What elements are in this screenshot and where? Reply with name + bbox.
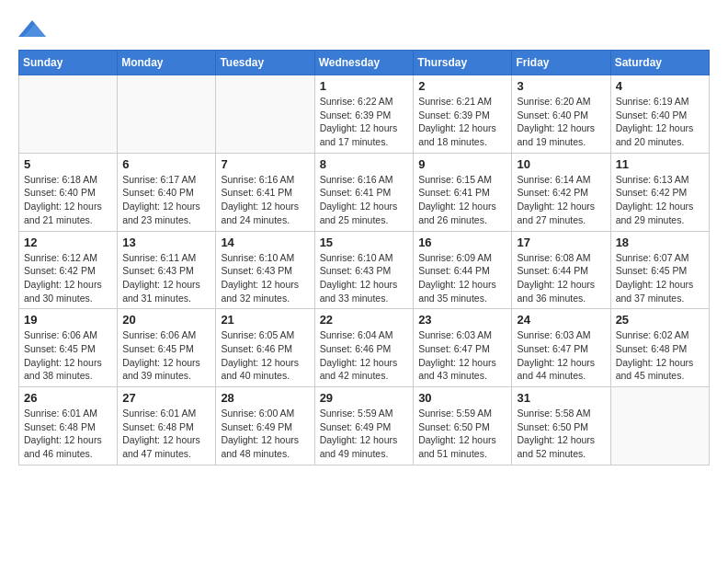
day-number: 20: [122, 313, 210, 327]
day-info: Sunrise: 6:17 AMSunset: 6:40 PMDaylight:…: [122, 173, 210, 227]
day-number: 1: [320, 79, 409, 93]
calendar-week-row: 12Sunrise: 6:12 AMSunset: 6:42 PMDayligh…: [19, 231, 710, 309]
day-info: Sunrise: 5:59 AMSunset: 6:50 PMDaylight:…: [418, 407, 506, 461]
calendar-cell: 20Sunrise: 6:06 AMSunset: 6:45 PMDayligh…: [118, 309, 216, 387]
calendar-cell: 18Sunrise: 6:07 AMSunset: 6:45 PMDayligh…: [610, 231, 709, 309]
day-info: Sunrise: 6:02 AMSunset: 6:48 PMDaylight:…: [616, 328, 704, 383]
day-number: 25: [616, 313, 704, 327]
calendar-week-row: 1Sunrise: 6:22 AMSunset: 6:39 PMDaylight…: [19, 75, 710, 154]
day-info: Sunrise: 6:06 AMSunset: 6:45 PMDaylight:…: [24, 328, 112, 383]
day-info: Sunrise: 6:19 AMSunset: 6:40 PMDaylight:…: [616, 95, 704, 149]
day-info: Sunrise: 6:16 AMSunset: 6:41 PMDaylight:…: [221, 173, 309, 227]
day-number: 15: [320, 236, 409, 249]
calendar-cell: 16Sunrise: 6:09 AMSunset: 6:44 PMDayligh…: [414, 231, 512, 309]
column-header-monday: Monday: [118, 51, 216, 75]
calendar-week-row: 19Sunrise: 6:06 AMSunset: 6:45 PMDayligh…: [19, 309, 710, 387]
day-info: Sunrise: 6:11 AMSunset: 6:43 PMDaylight:…: [122, 251, 210, 305]
calendar-cell: 13Sunrise: 6:11 AMSunset: 6:43 PMDayligh…: [118, 231, 216, 309]
calendar-cell: 30Sunrise: 5:59 AMSunset: 6:50 PMDayligh…: [414, 387, 512, 465]
calendar-cell: 4Sunrise: 6:19 AMSunset: 6:40 PMDaylight…: [610, 75, 709, 154]
day-number: 9: [418, 157, 506, 171]
day-number: 5: [24, 157, 112, 171]
day-number: 6: [122, 157, 210, 171]
calendar-cell: 11Sunrise: 6:13 AMSunset: 6:42 PMDayligh…: [610, 153, 709, 231]
calendar-cell: 28Sunrise: 6:00 AMSunset: 6:49 PMDayligh…: [216, 387, 314, 465]
calendar-cell: 26Sunrise: 6:01 AMSunset: 6:48 PMDayligh…: [19, 387, 118, 465]
day-number: 12: [24, 236, 112, 249]
column-header-saturday: Saturday: [610, 51, 709, 75]
calendar-cell: 21Sunrise: 6:05 AMSunset: 6:46 PMDayligh…: [216, 309, 314, 387]
day-info: Sunrise: 6:01 AMSunset: 6:48 PMDaylight:…: [24, 407, 112, 461]
calendar-week-row: 26Sunrise: 6:01 AMSunset: 6:48 PMDayligh…: [19, 387, 710, 465]
day-number: 4: [616, 79, 704, 93]
day-number: 22: [320, 313, 409, 327]
day-info: Sunrise: 6:12 AMSunset: 6:42 PMDaylight:…: [24, 251, 112, 305]
day-number: 13: [122, 236, 210, 249]
column-header-friday: Friday: [512, 51, 610, 75]
day-info: Sunrise: 6:21 AMSunset: 6:39 PMDaylight:…: [418, 95, 506, 149]
calendar-cell: 14Sunrise: 6:10 AMSunset: 6:43 PMDayligh…: [216, 231, 314, 309]
logo-icon: [18, 18, 46, 40]
day-info: Sunrise: 6:22 AMSunset: 6:39 PMDaylight:…: [320, 95, 409, 149]
calendar-week-row: 5Sunrise: 6:18 AMSunset: 6:40 PMDaylight…: [19, 153, 710, 231]
calendar-cell: 1Sunrise: 6:22 AMSunset: 6:39 PMDaylight…: [314, 75, 414, 154]
day-number: 3: [517, 79, 605, 93]
day-info: Sunrise: 6:15 AMSunset: 6:41 PMDaylight:…: [418, 173, 506, 227]
day-info: Sunrise: 6:01 AMSunset: 6:48 PMDaylight:…: [122, 407, 210, 461]
day-info: Sunrise: 6:03 AMSunset: 6:47 PMDaylight:…: [517, 328, 605, 383]
day-number: 10: [517, 157, 605, 171]
day-number: 16: [418, 236, 506, 249]
calendar-cell: 22Sunrise: 6:04 AMSunset: 6:46 PMDayligh…: [314, 309, 414, 387]
day-number: 14: [221, 236, 309, 249]
day-info: Sunrise: 6:10 AMSunset: 6:43 PMDaylight:…: [221, 251, 309, 305]
day-number: 18: [616, 236, 704, 249]
day-number: 24: [517, 313, 605, 327]
day-number: 7: [221, 157, 309, 171]
day-info: Sunrise: 6:13 AMSunset: 6:42 PMDaylight:…: [616, 173, 704, 227]
calendar-cell: 12Sunrise: 6:12 AMSunset: 6:42 PMDayligh…: [19, 231, 118, 309]
day-info: Sunrise: 6:03 AMSunset: 6:47 PMDaylight:…: [418, 328, 506, 383]
calendar-cell: 9Sunrise: 6:15 AMSunset: 6:41 PMDaylight…: [414, 153, 512, 231]
logo: [18, 18, 48, 40]
column-header-sunday: Sunday: [19, 51, 118, 75]
column-header-thursday: Thursday: [414, 51, 512, 75]
day-info: Sunrise: 6:04 AMSunset: 6:46 PMDaylight:…: [320, 328, 409, 383]
day-info: Sunrise: 6:07 AMSunset: 6:45 PMDaylight:…: [616, 251, 704, 305]
calendar-table: SundayMondayTuesdayWednesdayThursdayFrid…: [18, 50, 710, 465]
calendar-cell: 29Sunrise: 5:59 AMSunset: 6:49 PMDayligh…: [314, 387, 414, 465]
calendar-cell: 5Sunrise: 6:18 AMSunset: 6:40 PMDaylight…: [19, 153, 118, 231]
column-header-wednesday: Wednesday: [314, 51, 414, 75]
day-info: Sunrise: 6:08 AMSunset: 6:44 PMDaylight:…: [517, 251, 605, 305]
day-number: 2: [418, 79, 506, 93]
calendar-cell: 3Sunrise: 6:20 AMSunset: 6:40 PMDaylight…: [512, 75, 610, 154]
calendar-cell: 25Sunrise: 6:02 AMSunset: 6:48 PMDayligh…: [610, 309, 709, 387]
day-number: 19: [24, 313, 112, 327]
day-number: 17: [517, 236, 605, 249]
day-info: Sunrise: 6:18 AMSunset: 6:40 PMDaylight:…: [24, 173, 112, 227]
day-info: Sunrise: 6:00 AMSunset: 6:49 PMDaylight:…: [221, 407, 309, 461]
column-header-tuesday: Tuesday: [216, 51, 314, 75]
day-info: Sunrise: 6:06 AMSunset: 6:45 PMDaylight:…: [122, 328, 210, 383]
day-info: Sunrise: 6:05 AMSunset: 6:46 PMDaylight:…: [221, 328, 309, 383]
day-number: 11: [616, 157, 704, 171]
day-info: Sunrise: 6:10 AMSunset: 6:43 PMDaylight:…: [320, 251, 409, 305]
calendar-cell: 10Sunrise: 6:14 AMSunset: 6:42 PMDayligh…: [512, 153, 610, 231]
day-info: Sunrise: 5:58 AMSunset: 6:50 PMDaylight:…: [517, 407, 605, 461]
day-number: 23: [418, 313, 506, 327]
day-number: 8: [320, 157, 409, 171]
day-info: Sunrise: 5:59 AMSunset: 6:49 PMDaylight:…: [320, 407, 409, 461]
calendar-cell: 2Sunrise: 6:21 AMSunset: 6:39 PMDaylight…: [414, 75, 512, 154]
calendar-cell: [216, 75, 314, 154]
calendar-cell: 24Sunrise: 6:03 AMSunset: 6:47 PMDayligh…: [512, 309, 610, 387]
calendar-cell: 15Sunrise: 6:10 AMSunset: 6:43 PMDayligh…: [314, 231, 414, 309]
day-info: Sunrise: 6:20 AMSunset: 6:40 PMDaylight:…: [517, 95, 605, 149]
calendar-cell: 7Sunrise: 6:16 AMSunset: 6:41 PMDaylight…: [216, 153, 314, 231]
day-number: 21: [221, 313, 309, 327]
calendar-cell: 19Sunrise: 6:06 AMSunset: 6:45 PMDayligh…: [19, 309, 118, 387]
calendar-cell: 17Sunrise: 6:08 AMSunset: 6:44 PMDayligh…: [512, 231, 610, 309]
day-number: 29: [320, 391, 409, 405]
calendar-cell: 23Sunrise: 6:03 AMSunset: 6:47 PMDayligh…: [414, 309, 512, 387]
page-header: [18, 18, 710, 40]
calendar-cell: [19, 75, 118, 154]
day-number: 28: [221, 391, 309, 405]
